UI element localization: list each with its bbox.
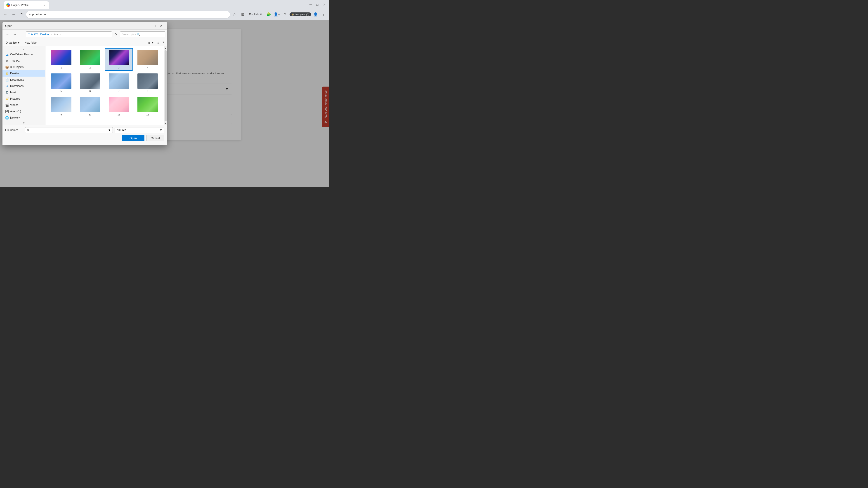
filetype-dropdown-icon: ▼ [160,129,162,132]
sidebar-item-pictures[interactable]: 🖼 Pictures [2,96,45,102]
scroll-up-button[interactable]: ▲ [22,48,26,51]
dialog-close-button[interactable]: ✕ [158,24,164,29]
sidebar-scroll-up[interactable]: ▲ [2,47,45,51]
sidebar-button[interactable]: ⊟ [239,11,246,18]
incognito-badge[interactable]: 🕵️ Incognito (2) [289,12,311,16]
sidebar-item-onedrive[interactable]: ☁ OneDrive - Person [2,51,45,58]
filename-input[interactable]: 3 ▼ [25,127,113,133]
breadcrumb-dropdown-button[interactable]: ▼ [59,32,63,37]
cancel-btn-label: Cancel [151,136,160,140]
network-label: Network [10,116,20,119]
scroll-down-button[interactable]: ▼ [164,122,167,125]
forward-button[interactable]: → [10,11,17,18]
organize-button[interactable]: Organize ▼ [4,41,22,45]
sidebar-scroll-down[interactable]: ▼ [2,121,45,125]
tab-bar: Hotjar - Profile ✕ [4,0,306,9]
folder-icon: 📦 [5,65,9,69]
help-button[interactable]: ? [281,11,289,18]
file-name-4: 4 [147,66,148,69]
file-item-7[interactable]: 7 [105,72,133,94]
file-thumbnail-4 [137,50,158,65]
dialog-maximize-button[interactable]: □ [152,24,158,29]
file-thumbnail-2 [80,50,100,65]
organize-chevron-icon: ▼ [18,41,20,44]
onedrive-label: OneDrive - Person [10,53,33,56]
file-item-8[interactable]: 8 [134,72,162,94]
address-text: app.hotjar.com [29,13,48,16]
address-bar-row: ← → ↻ app.hotjar.com ☆ ⊟ English ▼ 🧩 👤+ … [0,9,329,20]
file-thumbnail-7 [109,73,129,89]
file-name-8: 8 [147,90,148,92]
maximize-button[interactable]: □ [314,1,320,8]
extensions-button[interactable]: 🧩 [265,11,272,18]
sidebar-item-acer[interactable]: 💾 Acer (C:) [2,108,45,115]
breadcrumb-thispc[interactable]: This PC [28,33,38,36]
file-item-6[interactable]: 6 [76,72,104,94]
dialog-back-button[interactable]: ← [4,31,11,37]
filename-dropdown-icon: ▼ [108,129,111,132]
pictures-icon: 🖼 [5,97,9,101]
file-item-9[interactable]: 9 [47,95,75,118]
sidebar-item-downloads[interactable]: ⬇ Downloads [2,83,45,89]
refresh-button[interactable]: ↻ [18,11,25,18]
file-name-12: 12 [146,113,149,116]
dialog-actionbar: Organize ▼ New folder ⊞ ▼ ℹ ? [2,39,167,46]
breadcrumb-desktop[interactable]: Desktop [40,33,50,36]
language-button[interactable]: English ▼ [247,12,264,17]
file-name-7: 7 [118,90,120,92]
sidebar-item-thispc[interactable]: 🖥 This PC [2,58,45,64]
dialog-up-button[interactable]: ↑ [19,31,25,37]
file-item-3[interactable]: 3 [105,48,133,71]
help-button[interactable]: ? [161,41,165,45]
videos-icon: 🎬 [5,103,9,107]
dialog-forward-button[interactable]: → [11,31,18,37]
file-item-2[interactable]: 2 [76,48,104,71]
bookmark-button[interactable]: ☆ [231,11,238,18]
sidebar-item-videos[interactable]: 🎬 Videos [2,102,45,108]
add-account-button[interactable]: 👤+ [273,11,281,18]
file-item-4[interactable]: 4 [134,48,162,71]
incognito-label: Incognito (2) [296,13,309,16]
file-item-10[interactable]: 10 [76,95,104,118]
scroll-down-button[interactable]: ▼ [22,121,26,125]
scrollbar-thumb[interactable] [164,51,166,121]
file-name-1: 1 [61,66,62,69]
downloads-icon: ⬇ [5,84,9,88]
tab-title: Hotjar - Profile [11,4,41,7]
file-thumbnail-6 [80,73,100,89]
menu-button[interactable]: ⋮ [320,11,327,18]
sidebar-item-3dobjects[interactable]: 📦 3D Objects [2,64,45,70]
dialog-refresh-button[interactable]: ⟳ [113,31,119,37]
active-tab[interactable]: Hotjar - Profile ✕ [4,1,49,9]
music-label: Music [10,91,17,94]
dialog-minimize-button[interactable]: ─ [145,24,152,29]
view-button[interactable]: ⊞ ▼ [147,41,155,45]
dialog-cancel-button[interactable]: Cancel [146,135,164,141]
sidebar-item-network[interactable]: 🌐 Network [2,115,45,121]
file-item-1[interactable]: 1 [47,48,75,71]
file-thumbnail-10 [80,97,100,112]
tab-close-button[interactable]: ✕ [42,3,46,7]
file-item-11[interactable]: 11 [105,95,133,118]
file-name-6: 6 [89,90,91,92]
close-button[interactable]: ✕ [321,1,327,8]
sidebar-item-desktop[interactable]: 🖥 Desktop [2,70,45,76]
back-button[interactable]: ← [2,11,9,18]
details-pane-button[interactable]: ℹ [156,41,160,45]
filetype-select[interactable]: All Files ▼ [115,127,164,133]
file-item-5[interactable]: 5 [47,72,75,94]
file-item-12[interactable]: 12 [134,95,162,118]
search-box[interactable]: Search pics 🔍 [120,31,165,37]
dialog-overlay: Open ─ □ ✕ ← → ↑ This PC › Desktop › pic [0,20,329,187]
sidebar-item-music[interactable]: 🎵 Music [2,89,45,96]
profile-button[interactable]: 👤 [312,11,319,18]
minimize-button[interactable]: ─ [307,1,314,8]
downloads-label: Downloads [10,85,24,88]
scroll-up-button[interactable]: ▲ [164,46,167,50]
dialog-open-button[interactable]: Open [122,135,145,141]
dialog-footer: File name: 3 ▼ All Files ▼ Open [2,125,167,145]
open-file-dialog: Open ─ □ ✕ ← → ↑ This PC › Desktop › pic [2,22,167,145]
sidebar-item-documents[interactable]: 📄 Documents [2,76,45,83]
new-folder-button[interactable]: New folder [23,41,39,45]
address-bar[interactable]: app.hotjar.com [26,11,230,18]
